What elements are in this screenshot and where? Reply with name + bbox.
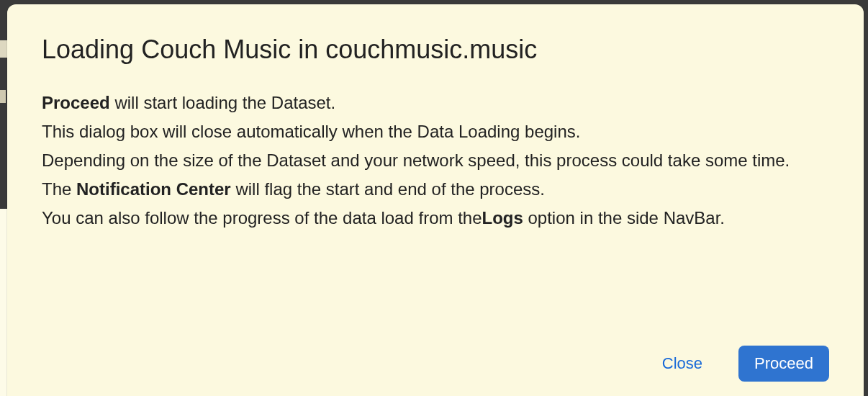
notification-center-keyword: Notification Center bbox=[76, 179, 231, 199]
body-text: option in the side NavBar. bbox=[523, 208, 725, 228]
body-line: This dialog box will close automatically… bbox=[42, 117, 829, 146]
body-line: The Notification Center will flag the st… bbox=[42, 175, 829, 204]
body-text: will flag the start and end of the proce… bbox=[231, 179, 545, 199]
body-text: will start loading the Dataset. bbox=[110, 93, 336, 112]
loading-dataset-dialog: Loading Couch Music in couchmusic.music … bbox=[7, 4, 864, 396]
body-text: The bbox=[42, 179, 76, 199]
background-fragment bbox=[0, 40, 7, 58]
body-line: You can also follow the progress of the … bbox=[42, 204, 829, 233]
dialog-title: Loading Couch Music in couchmusic.music bbox=[42, 33, 829, 66]
dialog-body: Proceed will start loading the Dataset. … bbox=[42, 89, 829, 334]
body-line: Proceed will start loading the Dataset. bbox=[42, 89, 829, 117]
proceed-button[interactable]: Proceed bbox=[738, 346, 829, 382]
dialog-footer: Close Proceed bbox=[42, 334, 829, 382]
background-fragment bbox=[0, 90, 6, 103]
logs-keyword: Logs bbox=[482, 208, 523, 228]
body-text: You can also follow the progress of the … bbox=[42, 208, 482, 228]
close-button[interactable]: Close bbox=[646, 346, 718, 382]
body-line: Depending on the size of the Dataset and… bbox=[42, 146, 829, 175]
proceed-keyword: Proceed bbox=[42, 93, 110, 112]
